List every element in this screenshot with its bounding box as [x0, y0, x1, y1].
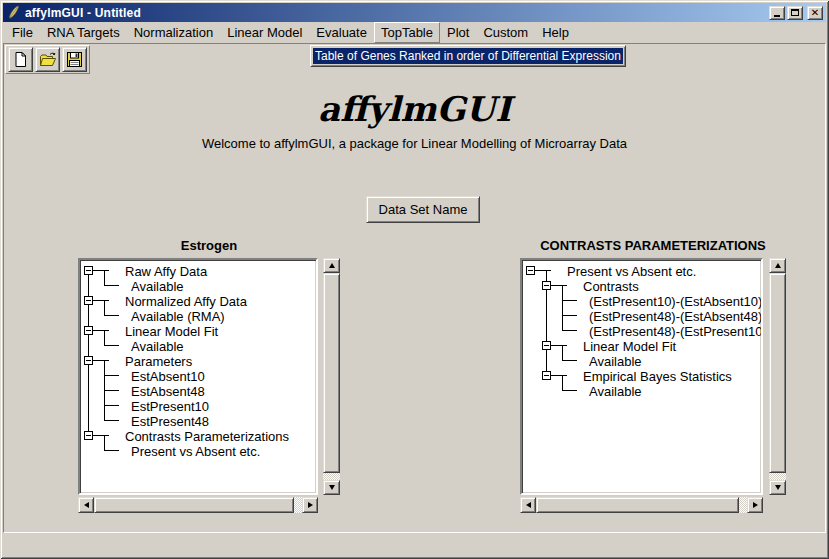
tree-node-label[interactable]: Raw Affy Data [125, 264, 207, 279]
maximize-button[interactable] [787, 6, 803, 20]
vertical-scrollbar-thumb[interactable] [323, 273, 340, 473]
tree-node-label[interactable]: (EstPresent48)-(EstAbsent48) [589, 309, 762, 324]
tree-row[interactable]: Available [522, 353, 761, 368]
scroll-up-button[interactable] [769, 258, 786, 273]
title-bar[interactable]: affylmGUI - Untitled ✕ [3, 3, 826, 22]
scroll-left-button[interactable] [520, 497, 536, 513]
tree-row[interactable]: Empirical Bayes Statistics [522, 368, 761, 383]
tree-node-label[interactable]: (EstPresent48)-(EstPresent10) [589, 324, 763, 339]
tree-expand-toggle[interactable] [542, 281, 551, 290]
tree-row[interactable]: Raw Affy Data [80, 263, 316, 278]
contrasts-horizontal-scrollbar[interactable] [520, 497, 763, 513]
data-set-name-button[interactable]: Data Set Name [366, 196, 480, 223]
tree-row[interactable]: Contrasts Parameterizations [80, 428, 316, 443]
tree-row[interactable]: Linear Model Fit [522, 338, 761, 353]
tree-node-label[interactable]: Contrasts Parameterizations [125, 429, 289, 444]
scrollbar-track[interactable] [769, 473, 786, 480]
menu-item-plot[interactable]: Plot [440, 22, 476, 43]
tree-node-label[interactable]: Available [131, 339, 184, 354]
menu-item-file[interactable]: File [5, 22, 40, 43]
tree-node-label[interactable]: EstPresent10 [131, 399, 209, 414]
scroll-left-button[interactable] [78, 497, 94, 513]
tree-expand-toggle[interactable] [84, 326, 93, 335]
vertical-scrollbar-thumb[interactable] [769, 273, 786, 473]
tree-connector [104, 435, 105, 443]
tree-node-label[interactable]: Contrasts [583, 279, 639, 294]
save-file-button[interactable] [62, 47, 87, 72]
tree-row[interactable]: EstPresent48 [80, 413, 316, 428]
tree-row[interactable]: EstAbsent48 [80, 383, 316, 398]
close-button[interactable]: ✕ [807, 6, 823, 20]
menu-item-linear-model[interactable]: Linear Model [220, 22, 309, 43]
scroll-down-button[interactable] [323, 480, 340, 495]
tree-node-label[interactable]: Empirical Bayes Statistics [583, 369, 732, 384]
tree-node-label[interactable]: Normalized Affy Data [125, 294, 247, 309]
scrollbar-track[interactable] [739, 497, 747, 513]
tree-row[interactable]: Normalized Affy Data [80, 293, 316, 308]
tree-node-label[interactable]: Present vs Absent etc. [567, 264, 696, 279]
tree-node-label[interactable]: EstAbsent48 [131, 384, 205, 399]
close-icon: ✕ [811, 8, 819, 18]
menu-item-evaluate[interactable]: Evaluate [309, 22, 374, 43]
open-file-button[interactable] [35, 47, 60, 72]
tree-node-label[interactable]: Linear Model Fit [125, 324, 218, 339]
scroll-right-button[interactable] [302, 497, 318, 513]
tree-node-label[interactable]: EstAbsent10 [131, 369, 205, 384]
tree-row[interactable]: Linear Model Fit [80, 323, 316, 338]
new-file-button[interactable] [8, 47, 33, 72]
tree-row[interactable]: EstPresent10 [80, 398, 316, 413]
arrow-right-icon [753, 502, 758, 508]
tree-expand-toggle[interactable] [542, 371, 551, 380]
scroll-up-button[interactable] [323, 258, 340, 273]
scrollbar-track[interactable] [323, 473, 340, 480]
tree-node-label[interactable]: Available [589, 384, 642, 399]
contrasts-tree-group: CONTRASTS PARAMETERIZATIONS Present vs A… [520, 238, 786, 513]
tree-node-label[interactable]: Linear Model Fit [583, 339, 676, 354]
tree-node-label[interactable]: EstPresent48 [131, 414, 209, 429]
tree-row[interactable]: Available [80, 338, 316, 353]
horizontal-scrollbar-thumb[interactable] [536, 497, 739, 513]
scrollbar-track[interactable] [294, 497, 302, 513]
tree-row[interactable]: EstAbsent10 [80, 368, 316, 383]
tree-expand-toggle[interactable] [542, 341, 551, 350]
tree-row[interactable]: (EstPresent48)-(EstPresent10) [522, 323, 761, 338]
tree-connector [546, 323, 547, 338]
tree-row[interactable]: Contrasts [522, 278, 761, 293]
tree-node-label[interactable]: Parameters [125, 354, 192, 369]
contrasts-tree[interactable]: Present vs Absent etc.Contrasts(EstPrese… [520, 258, 763, 495]
estrogen-vertical-scrollbar[interactable] [323, 258, 340, 495]
tree-connector [546, 270, 547, 278]
scroll-right-button[interactable] [747, 497, 763, 513]
tree-expand-toggle[interactable] [84, 356, 93, 365]
tree-expand-toggle[interactable] [84, 431, 93, 440]
estrogen-horizontal-scrollbar[interactable] [78, 497, 318, 513]
tree-expand-toggle[interactable] [84, 266, 93, 275]
menu-item-help[interactable]: Help [535, 22, 576, 43]
tree-row[interactable]: Available (RMA) [80, 308, 316, 323]
tree-row[interactable]: Present vs Absent etc. [522, 263, 761, 278]
tree-node-label[interactable]: Available [589, 354, 642, 369]
tree-node-label[interactable]: Available (RMA) [131, 309, 225, 324]
tree-row[interactable]: Parameters [80, 353, 316, 368]
scroll-down-button[interactable] [769, 480, 786, 495]
menu-item-toptable[interactable]: TopTable [374, 22, 440, 43]
tree-row[interactable]: Present vs Absent etc. [80, 443, 316, 458]
tree-expand-toggle[interactable] [526, 266, 535, 275]
tree-node-label[interactable]: Available [131, 279, 184, 294]
menu-item-table-of-genes[interactable]: Table of Genes Ranked in order of Differ… [313, 48, 623, 64]
menu-item-custom[interactable]: Custom [476, 22, 535, 43]
open-folder-icon [39, 51, 57, 68]
minimize-button[interactable] [769, 6, 785, 20]
estrogen-tree[interactable]: Raw Affy DataAvailableNormalized Affy Da… [78, 258, 318, 495]
horizontal-scrollbar-thumb[interactable] [94, 497, 294, 513]
menu-item-rna-targets[interactable]: RNA Targets [40, 22, 127, 43]
menu-item-normalization[interactable]: Normalization [127, 22, 220, 43]
tree-node-label[interactable]: Present vs Absent etc. [131, 444, 260, 459]
tree-row[interactable]: (EstPresent10)-(EstAbsent10) [522, 293, 761, 308]
tree-row[interactable]: Available [522, 383, 761, 398]
tree-node-label[interactable]: (EstPresent10)-(EstAbsent10) [589, 294, 762, 309]
tree-row[interactable]: (EstPresent48)-(EstAbsent48) [522, 308, 761, 323]
tree-row[interactable]: Available [80, 278, 316, 293]
tree-expand-toggle[interactable] [84, 296, 93, 305]
contrasts-vertical-scrollbar[interactable] [769, 258, 786, 495]
